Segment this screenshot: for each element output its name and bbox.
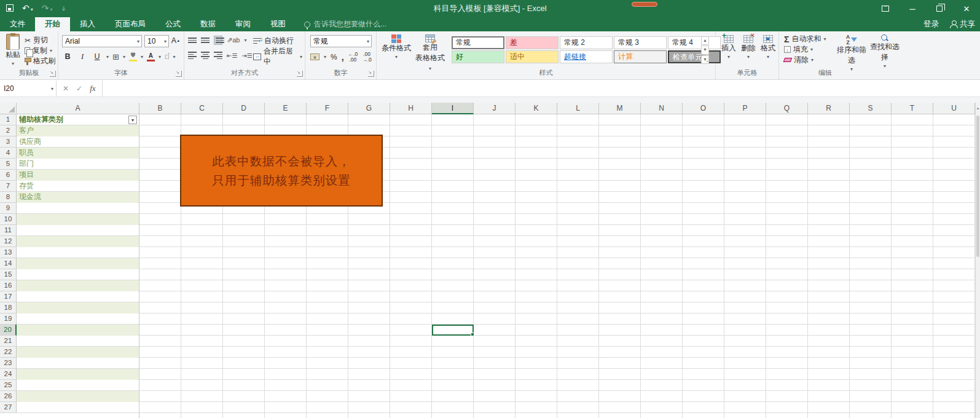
column-header-I[interactable]: I <box>432 103 474 114</box>
row-header-5[interactable]: 5 <box>0 159 17 170</box>
alignment-dialog-launcher[interactable]: ↘ <box>297 71 303 77</box>
cell-A1[interactable]: 辅助核算类别▼ <box>17 114 139 125</box>
format-cells-button[interactable]: 格式▾ <box>759 35 777 60</box>
column-header-A[interactable]: A <box>17 103 139 114</box>
scroll-up-icon[interactable]: ▲ <box>976 103 980 114</box>
cell-style-good[interactable]: 好 <box>452 50 504 63</box>
paste-button[interactable]: 粘贴▾ <box>2 34 23 66</box>
row-header-8[interactable]: 8 <box>0 192 17 203</box>
select-all-corner[interactable] <box>0 103 17 114</box>
tab-view[interactable]: 视图 <box>261 17 296 31</box>
underline-button[interactable]: U <box>92 51 103 62</box>
clear-button[interactable]: 清除 ▾ <box>784 55 826 65</box>
conditional-formatting-button[interactable]: 条件格式▾ <box>382 34 411 60</box>
borders-dropdown-icon[interactable]: ▾ <box>123 54 125 60</box>
wrap-text-button[interactable]: 自动换行 <box>251 34 296 47</box>
close-icon[interactable]: ✕ <box>953 0 980 17</box>
align-center-icon[interactable] <box>201 52 210 59</box>
column-header-F[interactable]: F <box>307 103 348 114</box>
tab-home[interactable]: 开始 <box>35 17 70 31</box>
column-header-M[interactable]: M <box>599 103 641 114</box>
cell-A22[interactable] <box>17 347 139 358</box>
column-header-C[interactable]: C <box>181 103 223 114</box>
format-as-table-button[interactable]: 套用 表格格式 ▾ <box>414 34 447 72</box>
row-header-15[interactable]: 15 <box>0 269 17 280</box>
column-header-J[interactable]: J <box>474 103 515 114</box>
ribbon-display-options-icon[interactable] <box>872 0 899 17</box>
cell-A18[interactable] <box>17 302 139 314</box>
cell-A7[interactable]: 存货 <box>17 181 139 192</box>
number-format-combo[interactable]: 常规▾ <box>310 35 372 47</box>
orientation-icon[interactable]: ⇗ab <box>227 36 240 44</box>
increase-font-icon[interactable]: A▲ <box>170 35 181 46</box>
cell-A6[interactable]: 项目 <box>17 170 139 181</box>
cell-A13[interactable] <box>17 247 139 258</box>
align-top-icon[interactable] <box>188 37 197 43</box>
row-header-10[interactable]: 10 <box>0 214 17 225</box>
column-header-K[interactable]: K <box>515 103 557 114</box>
cell-A26[interactable] <box>17 391 139 402</box>
autosum-button[interactable]: Σ自动求和 ▾ <box>784 34 826 44</box>
worksheet[interactable]: 辅助核算类别▼客户供应商职员部门项目存货现金流 ABCDEFGHIJKLMNOP… <box>0 103 980 418</box>
row-header-22[interactable]: 22 <box>0 347 17 358</box>
scrollbar-thumb[interactable] <box>976 116 979 257</box>
sort-filter-button[interactable]: AZ 排序和筛选▾ <box>836 34 868 72</box>
cell-A15[interactable] <box>17 269 139 280</box>
column-header-E[interactable]: E <box>265 103 307 114</box>
bold-button[interactable]: B <box>62 51 73 62</box>
cell-A24[interactable] <box>17 369 139 380</box>
row-header-7[interactable]: 7 <box>0 181 17 192</box>
accounting-format-icon[interactable]: ¥ <box>310 53 319 60</box>
cell-A11[interactable] <box>17 225 139 236</box>
column-header-Q[interactable]: Q <box>766 103 808 114</box>
column-header-L[interactable]: L <box>557 103 599 114</box>
number-dialog-launcher[interactable]: ↘ <box>368 71 374 77</box>
filter-dropdown-icon[interactable]: ▼ <box>128 116 137 124</box>
row-header-16[interactable]: 16 <box>0 280 17 291</box>
row-header-25[interactable]: 25 <box>0 380 17 391</box>
row-header-3[interactable]: 3 <box>0 136 17 148</box>
cell-style-normal[interactable]: 常规 <box>452 36 504 49</box>
format-painter-button[interactable]: 格式刷 <box>25 56 55 66</box>
tab-data[interactable]: 数据 <box>190 17 225 31</box>
percent-style-icon[interactable]: % <box>331 53 337 61</box>
cell-A14[interactable] <box>17 258 139 269</box>
font-dialog-launcher[interactable]: ↘ <box>176 71 182 77</box>
align-left-icon[interactable] <box>188 52 197 59</box>
row-header-23[interactable]: 23 <box>0 358 17 369</box>
name-box[interactable]: I20▾ <box>0 81 57 97</box>
row-header-4[interactable]: 4 <box>0 148 17 159</box>
row-header-21[interactable]: 21 <box>0 336 17 347</box>
sign-in-link[interactable]: 登录 <box>923 19 939 30</box>
row-header-18[interactable]: 18 <box>0 302 17 314</box>
cell-A4[interactable]: 职员 <box>17 148 139 159</box>
selected-cell[interactable] <box>432 325 474 336</box>
row-header-26[interactable]: 26 <box>0 391 17 402</box>
borders-icon[interactable]: ⊞ <box>112 52 119 61</box>
minimize-icon[interactable]: ─ <box>899 0 926 17</box>
cut-button[interactable]: ✂剪切 <box>25 35 55 45</box>
gallery-up-icon[interactable]: ▲ <box>701 36 709 45</box>
gallery-more-icon[interactable]: ▼̳ <box>701 55 709 64</box>
tab-review[interactable]: 审阅 <box>225 17 261 31</box>
column-header-R[interactable]: R <box>808 103 850 114</box>
cell-A10[interactable] <box>17 214 139 225</box>
tab-page-layout[interactable]: 页面布局 <box>105 17 155 31</box>
tell-me-box[interactable]: 告诉我您想要做什么... <box>304 17 386 31</box>
row-header-11[interactable]: 11 <box>0 225 17 236</box>
cell-A17[interactable] <box>17 291 139 302</box>
align-bottom-icon[interactable] <box>214 36 222 45</box>
fill-color-button[interactable]: ⛊ <box>129 51 137 62</box>
enter-icon[interactable]: ✓ <box>76 84 82 93</box>
row-header-27[interactable]: 27 <box>0 402 17 413</box>
cell-A23[interactable] <box>17 358 139 369</box>
column-header-D[interactable]: D <box>223 103 265 114</box>
cell-style-plain[interactable]: 常规 3 <box>614 36 667 49</box>
row-header-12[interactable]: 12 <box>0 236 17 247</box>
cell-style-plain[interactable]: 常规 4 <box>668 36 721 49</box>
cell-style-neutral[interactable]: 适中 <box>506 50 559 63</box>
cell-style-bad[interactable]: 差 <box>506 36 559 49</box>
row-header-20[interactable]: 20 <box>0 325 17 336</box>
fill-button[interactable]: ↓填充 ▾ <box>784 44 826 55</box>
restore-icon[interactable] <box>926 0 953 17</box>
